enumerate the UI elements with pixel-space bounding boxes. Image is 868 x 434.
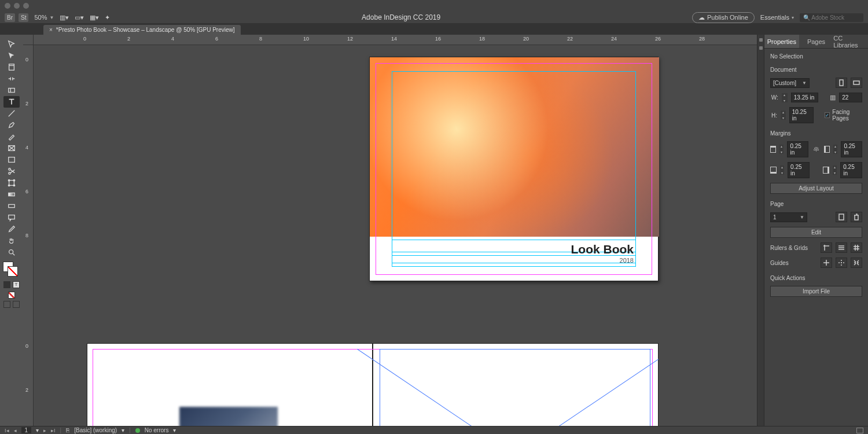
import-file-button[interactable]: Import File bbox=[770, 286, 862, 297]
link-margins-icon[interactable]: 𐄷 bbox=[813, 146, 819, 153]
open-parent-icon[interactable]: ⎘ bbox=[66, 427, 69, 433]
height-stepper[interactable]: ▴▾ bbox=[781, 111, 786, 120]
workspace-select[interactable]: Essentials ▾ bbox=[760, 14, 794, 21]
zoom-window-icon[interactable] bbox=[23, 3, 29, 9]
rectangle-frame-tool[interactable] bbox=[3, 142, 20, 154]
page-tool[interactable] bbox=[3, 61, 20, 73]
selection-tool[interactable] bbox=[3, 38, 20, 50]
close-window-icon[interactable] bbox=[5, 3, 10, 9]
panel-dock-gutter[interactable] bbox=[757, 35, 764, 426]
margin-top-input[interactable]: 0.25 in bbox=[787, 141, 808, 157]
margin-inside-stepper[interactable]: ▴▾ bbox=[833, 145, 837, 154]
margin-inside-input[interactable]: 0.25 in bbox=[841, 141, 862, 157]
ruler-origin[interactable] bbox=[23, 35, 34, 45]
publish-online-button[interactable]: ☁ Publish Online bbox=[692, 12, 755, 23]
zoom-tool[interactable] bbox=[3, 247, 20, 258]
arrange-documents-icon[interactable]: ▦▾ bbox=[90, 14, 99, 21]
page-number-select[interactable]: 1▼ bbox=[770, 212, 807, 222]
next-page-button[interactable]: ▸ bbox=[43, 428, 46, 433]
content-collector-tool[interactable] bbox=[3, 84, 20, 96]
formatting-text-icon[interactable]: T bbox=[13, 281, 20, 288]
preflight-status-icon[interactable] bbox=[135, 428, 140, 433]
lock-guides-icon[interactable] bbox=[851, 258, 862, 268]
cover-title[interactable]: Look Book bbox=[571, 242, 634, 256]
tab-cc-libraries[interactable]: CC Libraries bbox=[833, 35, 868, 48]
paragraph-style-status[interactable]: [Basic] (working) bbox=[74, 427, 117, 433]
screen-mode-icon[interactable]: ▭▾ bbox=[75, 14, 84, 21]
orientation-landscape-icon[interactable] bbox=[851, 78, 862, 88]
page-navigator-input[interactable]: 1 bbox=[21, 427, 32, 433]
gpu-performance-icon[interactable]: ✦ bbox=[105, 14, 110, 21]
bridge-button[interactable]: Br bbox=[5, 13, 15, 22]
placed-image-frame[interactable] bbox=[179, 407, 278, 426]
pasteboard[interactable]: Look Book 2018 bbox=[34, 45, 757, 426]
spread-2[interactable] bbox=[87, 343, 659, 426]
direct-selection-tool[interactable] bbox=[3, 50, 20, 61]
document-tab[interactable]: × *Presto Photo Book – Showcase – Landsc… bbox=[43, 25, 241, 35]
pages-count-input[interactable]: 22 bbox=[839, 93, 862, 102]
facing-pages-checkbox[interactable]: ✓ bbox=[825, 112, 830, 118]
edit-page-button[interactable]: Edit bbox=[770, 227, 862, 238]
margin-outside-input[interactable]: 0.25 in bbox=[840, 162, 862, 178]
orientation-portrait-icon[interactable] bbox=[836, 78, 847, 88]
width-input[interactable]: 13.25 in bbox=[791, 93, 819, 102]
gradient-feather-tool[interactable] bbox=[3, 200, 20, 212]
note-tool[interactable] bbox=[3, 212, 20, 223]
stock-button[interactable]: St bbox=[19, 13, 28, 22]
eyedropper-tool[interactable] bbox=[3, 223, 20, 235]
split-view-icon[interactable] bbox=[856, 428, 863, 433]
chevron-down-icon[interactable]: ▾ bbox=[36, 427, 39, 433]
stroke-swatch[interactable] bbox=[8, 266, 18, 277]
delete-page-icon[interactable] bbox=[851, 212, 862, 222]
cover-year[interactable]: 2018 bbox=[620, 257, 634, 264]
prev-page-button[interactable]: ◂ bbox=[14, 428, 17, 433]
scissors-tool[interactable] bbox=[3, 165, 20, 177]
search-input[interactable]: 🔍 Adobe Stock bbox=[800, 13, 863, 22]
collapsed-panel-icon[interactable] bbox=[759, 46, 763, 50]
margin-outside-stepper[interactable]: ▴▾ bbox=[833, 165, 837, 175]
gap-tool[interactable] bbox=[3, 73, 20, 84]
rectangle-tool[interactable] bbox=[3, 154, 20, 165]
rulers-toggle-icon[interactable] bbox=[821, 242, 832, 253]
adjust-layout-button[interactable]: Adjust Layout bbox=[770, 183, 862, 194]
pen-tool[interactable] bbox=[3, 119, 20, 131]
height-input[interactable]: 10.25 in bbox=[789, 107, 814, 123]
view-options-icon[interactable]: ▥▾ bbox=[60, 14, 69, 21]
canvas[interactable]: 0 2 4 6 8 10 12 14 16 18 20 22 24 26 28 … bbox=[23, 35, 757, 426]
smart-guides-icon[interactable] bbox=[836, 258, 847, 268]
preview-view-icon[interactable] bbox=[13, 301, 20, 308]
free-transform-tool[interactable] bbox=[3, 177, 20, 189]
tab-pages[interactable]: Pages bbox=[799, 35, 834, 48]
first-page-button[interactable]: I◂ bbox=[5, 428, 9, 433]
width-stepper[interactable]: ▴▾ bbox=[782, 93, 788, 102]
margin-bottom-stepper[interactable]: ▴▾ bbox=[780, 165, 784, 175]
baseline-grid-icon[interactable] bbox=[836, 242, 847, 253]
last-page-button[interactable]: ▸I bbox=[51, 428, 56, 433]
formatting-container-icon[interactable] bbox=[3, 281, 10, 288]
preflight-status-label[interactable]: No errors bbox=[145, 427, 169, 433]
hand-tool[interactable] bbox=[3, 235, 20, 247]
fill-stroke-swatch[interactable] bbox=[3, 262, 20, 278]
type-tool[interactable] bbox=[3, 96, 20, 108]
new-page-icon[interactable] bbox=[836, 212, 847, 222]
margin-top-stepper[interactable]: ▴▾ bbox=[779, 145, 784, 154]
normal-view-icon[interactable] bbox=[3, 301, 10, 308]
close-tab-icon[interactable]: × bbox=[49, 27, 53, 33]
line-tool[interactable] bbox=[3, 108, 20, 119]
tab-properties[interactable]: Properties bbox=[764, 35, 799, 48]
page-preset-select[interactable]: [Custom]▼ bbox=[770, 78, 810, 88]
page-1[interactable]: Look Book 2018 bbox=[369, 57, 659, 281]
minimize-window-icon[interactable] bbox=[14, 3, 20, 9]
zoom-level-select[interactable]: 50% ▼ bbox=[32, 14, 56, 21]
horizontal-ruler[interactable]: 0 2 4 6 8 10 12 14 16 18 20 22 24 26 28 bbox=[34, 35, 757, 45]
show-guides-icon[interactable] bbox=[821, 258, 832, 268]
chevron-down-icon[interactable]: ▾ bbox=[122, 427, 124, 433]
apply-none-icon[interactable] bbox=[8, 292, 15, 299]
collapsed-panel-icon[interactable] bbox=[759, 38, 763, 42]
vertical-ruler[interactable]: 0 2 4 6 8 0 2 bbox=[23, 45, 34, 426]
empty-image-frame[interactable] bbox=[380, 349, 650, 426]
document-grid-icon[interactable] bbox=[851, 242, 862, 253]
gradient-swatch-tool[interactable] bbox=[3, 189, 20, 200]
margin-bottom-input[interactable]: 0.25 in bbox=[788, 162, 810, 178]
pencil-tool[interactable] bbox=[3, 131, 20, 142]
